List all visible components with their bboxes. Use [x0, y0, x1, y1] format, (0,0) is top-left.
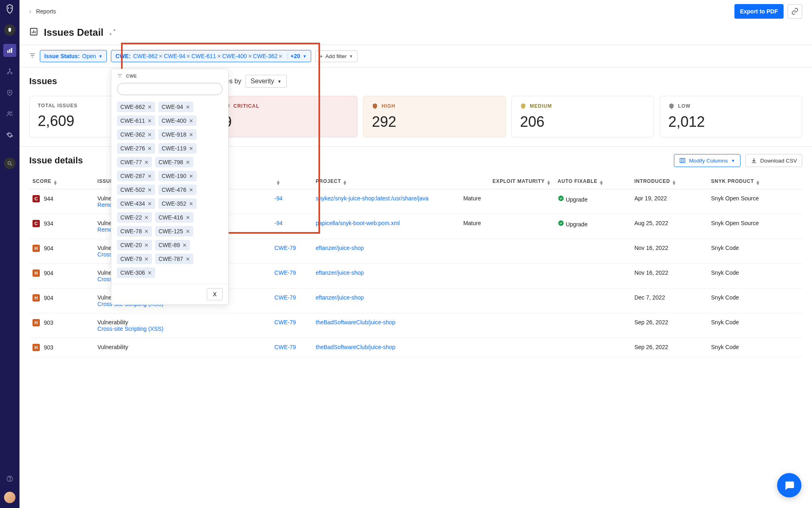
- remove-icon[interactable]: ✕: [189, 173, 193, 179]
- cwe-tag[interactable]: CWE-400✕: [158, 115, 197, 126]
- link-button[interactable]: [788, 4, 802, 19]
- sort-icon[interactable]: ▲▼: [276, 180, 281, 185]
- remove-icon[interactable]: ✕: [147, 187, 152, 193]
- table-row[interactable]: H903VulnerabilityCWE-79theBadSoftwareClu…: [29, 338, 802, 357]
- project-link[interactable]: eftanzer/juice-shop: [316, 269, 364, 276]
- sort-icon[interactable]: ▲▼: [672, 180, 677, 185]
- project-link[interactable]: snykez/snyk-juice-shop:latest:/usr/share…: [316, 195, 429, 202]
- cwe-tag[interactable]: CWE-89✕: [155, 240, 190, 250]
- modify-columns-button[interactable]: Modify Columns ▼: [674, 154, 740, 167]
- remove-icon[interactable]: ✕: [158, 53, 163, 59]
- cwe-tag[interactable]: CWE-276✕: [117, 143, 155, 154]
- cwe-tag[interactable]: CWE-862✕: [117, 102, 155, 112]
- remove-icon[interactable]: ✕: [186, 104, 190, 110]
- export-pdf-button[interactable]: Export to PDF: [734, 4, 784, 19]
- remove-icon[interactable]: ✕: [147, 270, 152, 276]
- sort-icon[interactable]: ▲▼: [756, 180, 760, 185]
- cwe-link[interactable]: CWE-79: [275, 344, 296, 350]
- remove-icon[interactable]: ✕: [144, 228, 149, 234]
- cwe-tag[interactable]: CWE-78✕: [117, 226, 152, 237]
- remove-icon[interactable]: ✕: [144, 215, 149, 221]
- view-by-dropdown[interactable]: Severity ▼: [245, 75, 287, 88]
- remove-icon[interactable]: ✕: [189, 118, 193, 124]
- cwe-tag[interactable]: CWE-502✕: [117, 185, 155, 195]
- cwe-link[interactable]: CWE-79: [275, 245, 296, 251]
- cwe-tag[interactable]: CWE-190✕: [158, 171, 197, 181]
- remove-icon[interactable]: ✕: [189, 201, 193, 207]
- remove-icon[interactable]: ✕: [189, 132, 193, 138]
- cwe-link[interactable]: CWE-79: [275, 294, 296, 301]
- cwe-tag[interactable]: CWE-416✕: [155, 212, 193, 223]
- sidebar-org-icon[interactable]: [4, 24, 15, 36]
- col-project[interactable]: PROJECT: [316, 178, 341, 184]
- remove-icon[interactable]: ✕: [186, 228, 190, 234]
- remove-icon[interactable]: ✕: [248, 53, 252, 59]
- remove-icon[interactable]: ✕: [217, 53, 221, 59]
- filter-issue-status[interactable]: Issue Status: Open ▼: [40, 50, 107, 62]
- cwe-tag[interactable]: CWE-306✕: [117, 267, 155, 278]
- sidebar-users-icon[interactable]: [3, 107, 16, 120]
- cwe-tag[interactable]: CWE-125✕: [155, 226, 193, 237]
- cwe-tag[interactable]: CWE-611✕: [117, 115, 155, 126]
- remove-icon[interactable]: ✕: [147, 104, 152, 110]
- remove-icon[interactable]: ✕: [186, 53, 191, 59]
- remove-icon[interactable]: ✕: [144, 256, 149, 262]
- project-link[interactable]: eftanzer/juice-shop: [316, 245, 364, 251]
- remove-icon[interactable]: ✕: [147, 132, 152, 138]
- project-link[interactable]: papicella/snyk-boot-web:pom.xml: [316, 220, 400, 226]
- col-product[interactable]: SNYK PRODUCT: [711, 178, 754, 184]
- project-link[interactable]: theBadSoftwareClub/juice-shop: [316, 319, 395, 326]
- remove-icon[interactable]: ✕: [147, 201, 152, 207]
- filter-cwe[interactable]: CWE: CWE-862✕CWE-94✕CWE-611✕CWE-400✕CWE-…: [111, 50, 311, 62]
- remove-icon[interactable]: ✕: [144, 242, 149, 248]
- remove-icon[interactable]: ✕: [186, 215, 190, 221]
- table-row[interactable]: H903VulnerabilityCross-site Scripting (X…: [29, 313, 802, 338]
- cwe-link[interactable]: CWE-79: [275, 319, 296, 326]
- cwe-tag[interactable]: CWE-798✕: [155, 157, 193, 167]
- remove-icon[interactable]: ✕: [147, 118, 152, 124]
- cwe-tag[interactable]: CWE-79✕: [117, 254, 152, 264]
- cwe-search-input[interactable]: [117, 83, 223, 95]
- cwe-tag[interactable]: CWE-352✕: [158, 198, 197, 209]
- col-introduced[interactable]: INTRODUCED: [634, 178, 670, 184]
- cwe-tag[interactable]: CWE-20✕: [117, 240, 152, 250]
- col-score[interactable]: SCORE: [32, 178, 52, 184]
- cwe-link[interactable]: CWE-79: [275, 269, 296, 276]
- cwe-tag[interactable]: CWE-787✕: [155, 254, 193, 264]
- issue-link[interactable]: Cross-site Scripting (XSS): [97, 326, 164, 332]
- cwe-tag[interactable]: CWE-918✕: [158, 129, 197, 140]
- cwe-tag[interactable]: CWE-119✕: [158, 143, 197, 154]
- sidebar-shield-icon[interactable]: [3, 86, 16, 99]
- sidebar-reports-icon[interactable]: [3, 44, 16, 57]
- remove-icon[interactable]: ✕: [189, 187, 193, 193]
- cwe-tag[interactable]: CWE-77✕: [117, 157, 152, 167]
- remove-icon[interactable]: ✕: [147, 173, 152, 179]
- breadcrumb-reports[interactable]: Reports: [36, 8, 56, 15]
- cwe-tag[interactable]: CWE-434✕: [117, 198, 155, 209]
- sidebar-help-icon[interactable]: [3, 472, 16, 485]
- cwe-link[interactable]: -94: [275, 220, 283, 226]
- expand-icon[interactable]: [109, 29, 116, 37]
- cwe-close-button[interactable]: X: [207, 288, 223, 300]
- snyk-logo[interactable]: [4, 3, 15, 15]
- col-autofix[interactable]: AUTO FIXABLE: [558, 178, 598, 184]
- remove-icon[interactable]: ✕: [182, 242, 187, 248]
- download-csv-button[interactable]: Download CSV: [745, 154, 802, 167]
- col-exploit[interactable]: EXPLOIT MATURITY: [493, 178, 545, 184]
- cwe-tag[interactable]: CWE-22✕: [117, 212, 152, 223]
- sidebar-settings-icon[interactable]: [3, 128, 16, 141]
- chat-fab[interactable]: [777, 473, 801, 497]
- cwe-link[interactable]: -94: [275, 195, 283, 202]
- sort-icon[interactable]: ▲▼: [599, 180, 604, 185]
- sort-icon[interactable]: ▲▼: [343, 180, 348, 185]
- remove-icon[interactable]: ✕: [144, 159, 149, 165]
- remove-icon[interactable]: ✕: [147, 145, 152, 152]
- cwe-tag[interactable]: CWE-94✕: [158, 102, 193, 112]
- project-link[interactable]: theBadSoftwareClub/juice-shop: [316, 344, 395, 350]
- sort-icon[interactable]: ▲▼: [53, 180, 58, 185]
- cwe-tag[interactable]: CWE-476✕: [158, 185, 197, 195]
- project-link[interactable]: eftanzer/juice-shop: [316, 294, 364, 301]
- remove-icon[interactable]: ✕: [278, 53, 283, 59]
- sort-icon[interactable]: ▲▼: [546, 180, 551, 185]
- sidebar-search-icon[interactable]: [4, 158, 15, 169]
